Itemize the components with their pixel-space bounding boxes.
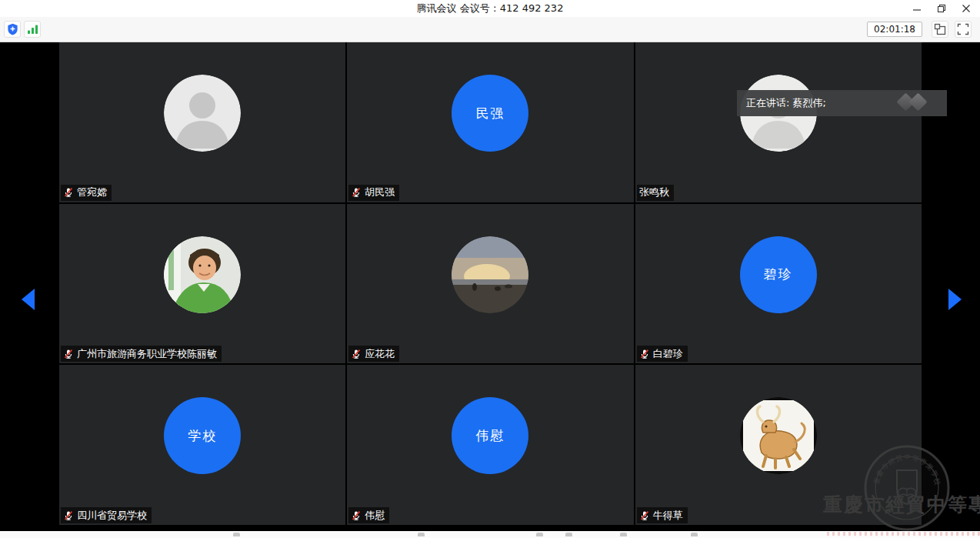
switch-layout-button[interactable] [932,21,948,38]
shield-plus-icon [7,23,18,35]
participant-avatar: 民强 [452,75,528,152]
participant-name-tag: 四川省贸易学校 [61,507,152,523]
window-title: 腾讯会议 会议号：412 492 232 [0,0,980,17]
avatar-initials: 碧珍 [764,266,793,283]
speaking-now-banner: 正在讲话: 蔡烈伟; [737,90,947,116]
participant-tile[interactable]: 广州市旅游商务职业学校陈丽敏 [59,204,345,364]
muted-mic-icon [63,187,74,198]
close-button[interactable] [954,0,978,17]
toolbar-glyph [691,533,698,536]
participant-name-tag: 白碧珍 [637,346,688,362]
toolbar-glyph [233,533,240,536]
participant-name: 广州市旅游商务职业学校陈丽敏 [77,347,217,361]
minimize-icon [912,4,922,13]
toolbar-glyph [620,533,627,536]
meeting-duration-value: 02:01:18 [874,24,915,35]
participant-name: 牛得草 [653,509,683,523]
person-silhouette-icon [164,75,241,152]
beach-sunset-photo [452,236,528,313]
participant-avatar [452,236,528,313]
watermark-fragment [827,532,980,536]
close-icon [962,4,971,13]
participant-avatar: 学校 [164,397,241,474]
meeting-security-button[interactable] [4,21,21,38]
avatar-initials: 民强 [475,105,505,122]
muted-mic-icon [639,510,650,521]
muted-mic-icon [351,510,362,521]
participant-avatar [164,236,241,313]
participant-tile[interactable]: 学校 四川省贸易学校 [59,365,345,525]
participant-name-tag: 胡民强 [348,185,399,201]
previous-page-arrow[interactable] [22,289,35,310]
participant-name: 胡民强 [365,185,395,199]
participant-name: 应花花 [365,347,395,361]
bull-photo [740,397,817,474]
participant-name: 管宛嫦 [77,185,107,199]
portrait-photo [164,236,241,313]
toolbar-glyph [536,533,543,536]
participant-avatar [740,397,817,474]
fullscreen-button[interactable] [955,21,972,38]
participant-name-tag: 伟慰 [348,507,389,523]
meeting-duration: 02:01:18 [867,22,922,37]
toolbar-glyph [418,533,425,536]
participant-tile[interactable]: 应花花 [347,204,633,364]
participant-name-tag: 广州市旅游商务职业学校陈丽敏 [61,346,222,362]
meeting-logo-icon [895,94,935,112]
meeting-toolbar: 02:01:18 [0,17,980,42]
network-status-button[interactable] [24,21,41,38]
participant-name: 张鸣秋 [639,185,669,199]
title-bar: 腾讯会议 会议号：412 492 232 [0,0,980,17]
participant-tile[interactable]: 管宛嫦 [59,42,345,202]
participant-name: 白碧珍 [653,347,683,361]
window-controls [905,0,978,17]
restore-icon [937,4,946,13]
minimize-button[interactable] [905,0,929,17]
participant-name-tag: 管宛嫦 [61,185,112,201]
avatar-initials: 伟慰 [475,427,505,445]
toolbar-glyph [565,533,572,536]
network-signal-icon [27,24,38,35]
participant-name: 四川省贸易学校 [77,509,147,523]
participant-avatar [164,75,241,152]
speaking-now-text: 正在讲话: 蔡烈伟; [737,96,826,110]
participant-avatar: 碧珍 [740,236,817,313]
bottom-control-bar[interactable] [0,531,980,538]
participant-tile[interactable]: 碧珍 白碧珍 [635,204,922,364]
muted-mic-icon [639,349,650,359]
fullscreen-icon [957,23,969,35]
participant-tile[interactable]: 张鸣秋 [635,42,922,202]
switch-layout-icon [934,23,946,35]
participant-name-tag: 牛得草 [637,507,688,523]
muted-mic-icon [63,510,74,521]
participant-name-tag: 应花花 [348,346,399,362]
next-page-arrow[interactable] [948,289,962,310]
muted-mic-icon [63,349,74,359]
restore-button[interactable] [929,0,954,17]
participant-avatar: 伟慰 [452,397,528,474]
avatar-initials: 学校 [188,427,217,445]
participant-name-tag: 张鸣秋 [637,185,674,201]
participant-tile[interactable]: 民强 胡民强 [347,42,633,202]
video-stage: 管宛嫦 民强 胡民强 [0,42,980,531]
participant-tile[interactable]: 牛得草 [635,365,922,525]
participant-name: 伟慰 [365,509,385,523]
participant-tile[interactable]: 伟慰 伟慰 [347,365,633,525]
muted-mic-icon [351,187,362,198]
muted-mic-icon [351,349,362,359]
